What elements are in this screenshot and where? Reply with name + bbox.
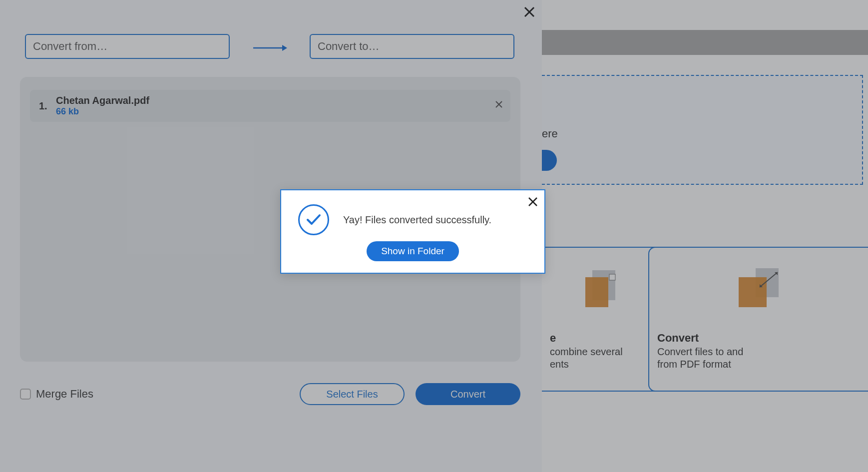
drop-area[interactable] bbox=[542, 75, 863, 185]
merge-card-icon bbox=[542, 248, 666, 328]
convert-to-placeholder: Convert to… bbox=[318, 40, 380, 53]
checkbox-icon bbox=[20, 389, 31, 400]
merge-card-desc-1: combine several bbox=[550, 346, 658, 358]
convert-to-dropdown[interactable]: Convert to… bbox=[310, 34, 514, 59]
remove-file-icon[interactable] bbox=[495, 100, 502, 110]
drop-hint-text: ere bbox=[542, 127, 582, 140]
merge-files-label: Merge Files bbox=[36, 388, 93, 401]
svg-marker-11 bbox=[282, 45, 287, 51]
close-icon[interactable] bbox=[524, 5, 535, 21]
convert-from-placeholder: Convert from… bbox=[33, 40, 107, 53]
merge-card-desc-2: ents bbox=[550, 358, 658, 371]
convert-from-dropdown[interactable]: Convert from… bbox=[25, 34, 230, 59]
show-in-folder-label: Show in Folder bbox=[381, 246, 444, 257]
merge-files-checkbox[interactable]: Merge Files bbox=[20, 388, 93, 401]
checkmark-icon bbox=[298, 204, 329, 235]
show-in-folder-button[interactable]: Show in Folder bbox=[367, 241, 459, 261]
card-convert[interactable]: Convert Convert files to and from PDF fo… bbox=[648, 247, 868, 392]
background-toolbar bbox=[542, 30, 868, 55]
merge-card-title: e bbox=[550, 332, 658, 345]
convert-card-title: Convert bbox=[657, 332, 860, 345]
svg-rect-1 bbox=[585, 277, 608, 307]
file-row: 1. Chetan Agarwal.pdf 66 kb bbox=[30, 90, 510, 122]
select-files-button[interactable]: Select Files bbox=[300, 383, 405, 405]
success-modal: Yay! Files converted successfully. Show … bbox=[280, 189, 545, 274]
file-name: Chetan Agarwal.pdf bbox=[56, 95, 149, 106]
svg-rect-2 bbox=[609, 274, 615, 280]
convert-card-desc-1: Convert files to and bbox=[657, 346, 860, 358]
svg-rect-4 bbox=[739, 277, 767, 307]
file-size: 66 kb bbox=[56, 106, 149, 117]
modal-close-icon[interactable] bbox=[528, 195, 537, 209]
select-files-label: Select Files bbox=[326, 389, 378, 400]
convert-button-label: Convert bbox=[450, 389, 485, 400]
background-window bbox=[542, 0, 868, 472]
arrow-right-icon bbox=[250, 43, 290, 53]
convert-card-desc-2: from PDF format bbox=[657, 358, 860, 371]
panel-footer: Merge Files Select Files Convert bbox=[20, 382, 520, 407]
convert-card-icon bbox=[649, 248, 868, 328]
convert-button[interactable]: Convert bbox=[416, 383, 520, 405]
success-message: Yay! Files converted successfully. bbox=[343, 214, 491, 226]
file-index: 1. bbox=[39, 100, 56, 112]
